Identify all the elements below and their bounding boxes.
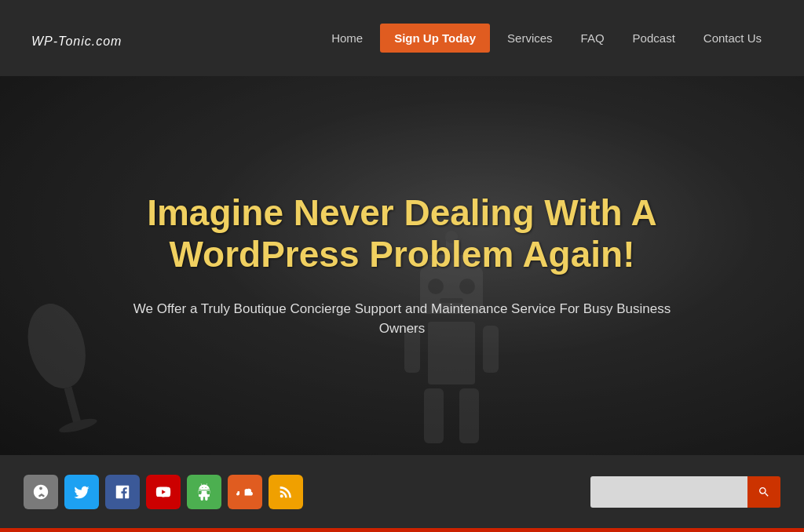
soundcloud-icon[interactable] <box>228 475 262 509</box>
hero-section: Imagine Never Dealing With A WordPress P… <box>0 76 804 455</box>
hero-title: Imagine Never Dealing With A WordPress P… <box>111 192 693 275</box>
nav-contact[interactable]: Contact Us <box>693 25 773 51</box>
youtube-icon[interactable] <box>146 475 181 509</box>
hero-content: Imagine Never Dealing With A WordPress P… <box>96 192 708 339</box>
facebook-icon[interactable] <box>105 475 140 509</box>
logo-suffix: .com <box>92 35 122 48</box>
main-nav: Home Sign Up Today Services FAQ Podcast … <box>320 24 773 53</box>
nav-services[interactable]: Services <box>496 25 564 51</box>
nav-signup[interactable]: Sign Up Today <box>380 24 490 53</box>
social-icons-group <box>24 475 303 509</box>
android-icon[interactable] <box>187 475 221 509</box>
search-bar <box>590 476 780 508</box>
search-icon <box>758 486 770 498</box>
apple-podcasts-icon[interactable] <box>24 475 58 509</box>
twitter-icon[interactable] <box>64 475 99 509</box>
nav-faq[interactable]: FAQ <box>570 25 616 51</box>
search-button[interactable] <box>747 476 780 508</box>
search-input[interactable] <box>590 476 747 508</box>
rss-icon[interactable] <box>269 475 303 509</box>
site-header: WP-Tonic.com Home Sign Up Today Services… <box>0 0 804 76</box>
hero-subtitle: We Offer a Truly Boutique Concierge Supp… <box>111 299 693 339</box>
footer-bar <box>0 455 804 532</box>
nav-podcast[interactable]: Podcast <box>622 25 686 51</box>
site-logo[interactable]: WP-Tonic.com <box>31 26 122 51</box>
nav-home[interactable]: Home <box>320 25 374 51</box>
logo-text: WP-Tonic <box>31 35 92 48</box>
